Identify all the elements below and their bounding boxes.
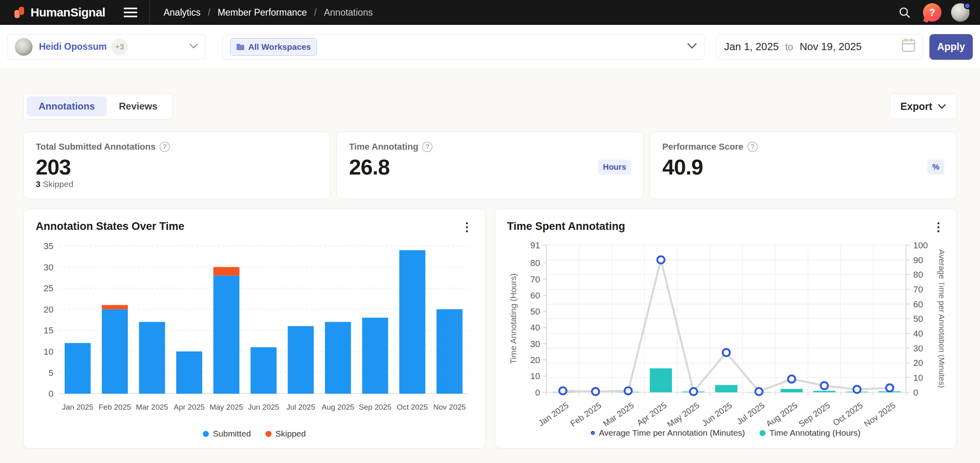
svg-text:70: 70 bbox=[530, 274, 540, 284]
breadcrumb-analytics[interactable]: Analytics bbox=[163, 7, 200, 18]
user-avatar[interactable] bbox=[951, 3, 970, 22]
chevron-down-icon bbox=[687, 43, 697, 51]
stat-value: 203 bbox=[36, 154, 71, 179]
svg-text:80: 80 bbox=[913, 270, 923, 280]
workspace-chip-label: All Workspaces bbox=[248, 42, 311, 52]
app-header: HumanSignal Analytics / Member Performan… bbox=[0, 0, 980, 25]
svg-text:Sep 2025: Sep 2025 bbox=[359, 403, 391, 411]
annotation-states-chart-card: Annotation States Over Time 051015202530… bbox=[23, 209, 486, 449]
breadcrumb-separator: / bbox=[208, 7, 210, 18]
svg-text:Nov 2025: Nov 2025 bbox=[862, 400, 897, 426]
chart-title: Time Spent Annotating bbox=[507, 220, 625, 233]
svg-text:Feb 2025: Feb 2025 bbox=[99, 403, 131, 411]
svg-text:May 2025: May 2025 bbox=[210, 403, 243, 411]
date-separator: to bbox=[785, 41, 793, 53]
stat-label: Performance Score bbox=[662, 142, 743, 152]
svg-text:90: 90 bbox=[913, 255, 923, 265]
humansignal-logo[interactable]: HumanSignal bbox=[14, 5, 105, 20]
svg-text:0: 0 bbox=[535, 388, 540, 398]
svg-text:Aug 2025: Aug 2025 bbox=[764, 400, 799, 426]
svg-text:Apr 2025: Apr 2025 bbox=[174, 403, 205, 411]
svg-text:50: 50 bbox=[530, 307, 540, 317]
svg-text:20: 20 bbox=[913, 358, 923, 368]
stat-card-time-annotating: Time Annotating ? 26.8 Hours bbox=[337, 132, 643, 199]
date-range-input[interactable]: Jan 1, 2025 to Nov 19, 2025 bbox=[717, 34, 923, 60]
stat-card-performance-score: Performance Score ? 40.9 % bbox=[650, 132, 957, 199]
legend-item-submitted[interactable]: Submitted bbox=[203, 429, 251, 439]
workspace-select[interactable]: All Workspaces bbox=[223, 34, 704, 60]
svg-text:Jan 2025: Jan 2025 bbox=[62, 403, 93, 411]
export-button[interactable]: Export bbox=[890, 93, 957, 119]
svg-text:10: 10 bbox=[913, 373, 923, 383]
svg-text:Sep 2025: Sep 2025 bbox=[797, 400, 832, 426]
stat-value: 40.9 bbox=[662, 154, 703, 179]
member-select[interactable]: Heidi Opossum +3 bbox=[7, 34, 206, 60]
chevron-down-icon bbox=[938, 104, 946, 109]
svg-text:30: 30 bbox=[530, 339, 540, 349]
tab-annotations[interactable]: Annotations bbox=[27, 96, 107, 116]
svg-text:50: 50 bbox=[913, 314, 923, 324]
search-icon[interactable] bbox=[896, 4, 913, 21]
svg-text:60: 60 bbox=[913, 299, 923, 309]
help-circle-icon[interactable]: ? bbox=[422, 142, 433, 152]
svg-text:Oct 2025: Oct 2025 bbox=[397, 403, 428, 411]
legend-label: Average Time per Annotation (Minutes) bbox=[599, 428, 745, 438]
svg-text:40: 40 bbox=[913, 329, 923, 339]
date-from: Jan 1, 2025 bbox=[724, 41, 779, 53]
tab-group: Annotations Reviews bbox=[23, 93, 173, 120]
member-avatar bbox=[15, 38, 33, 56]
main-content: Annotations Reviews Export Total Submitt… bbox=[0, 69, 980, 449]
svg-text:Feb 2025: Feb 2025 bbox=[568, 400, 603, 426]
menu-icon[interactable] bbox=[124, 8, 137, 17]
apply-button[interactable]: Apply bbox=[929, 34, 973, 60]
svg-text:5: 5 bbox=[49, 368, 53, 378]
svg-text:15: 15 bbox=[44, 325, 53, 335]
svg-text:Time Annotating (Hours): Time Annotating (Hours) bbox=[508, 273, 517, 364]
stats-row: Total Submitted Annotations ? 203 3Skipp… bbox=[23, 132, 957, 199]
kebab-menu-icon[interactable] bbox=[461, 220, 473, 234]
calendar-icon[interactable] bbox=[902, 38, 915, 55]
breadcrumb-separator: / bbox=[314, 7, 316, 18]
skipped-legend-dot bbox=[265, 431, 272, 437]
annotation-states-chart: 05101520253035Jan 2025Feb 2025Mar 2025Ap… bbox=[36, 239, 473, 427]
help-icon[interactable]: ? bbox=[923, 3, 941, 22]
avg-time-legend-ring bbox=[591, 431, 595, 435]
svg-text:Jun 2025: Jun 2025 bbox=[248, 403, 279, 411]
svg-text:30: 30 bbox=[913, 343, 923, 353]
breadcrumb-annotations: Annotations bbox=[324, 7, 372, 18]
workspace-chip[interactable]: All Workspaces bbox=[230, 38, 317, 56]
kebab-menu-icon[interactable] bbox=[932, 220, 944, 234]
skipped-count: 3 bbox=[36, 179, 41, 189]
filter-bar: Heidi Opossum +3 All Workspaces Jan 1, 2… bbox=[0, 25, 980, 69]
legend-item-skipped[interactable]: Skipped bbox=[265, 429, 306, 439]
legend-label: Time Annotating (Hours) bbox=[770, 428, 861, 438]
svg-text:May 2025: May 2025 bbox=[665, 400, 700, 426]
svg-text:80: 80 bbox=[530, 258, 540, 268]
svg-text:25: 25 bbox=[44, 283, 53, 293]
svg-text:Apr 2025: Apr 2025 bbox=[635, 400, 668, 426]
svg-text:Aug 2025: Aug 2025 bbox=[322, 403, 354, 411]
svg-text:20: 20 bbox=[44, 305, 53, 315]
member-extra-count: +3 bbox=[112, 39, 128, 55]
svg-text:40: 40 bbox=[530, 323, 540, 333]
legend-item-avg-time[interactable]: Average Time per Annotation (Minutes) bbox=[591, 428, 745, 438]
legend-item-time-annotating[interactable]: Time Annotating (Hours) bbox=[760, 428, 861, 438]
svg-text:Mar 2025: Mar 2025 bbox=[136, 403, 168, 411]
legend-label: Skipped bbox=[276, 429, 306, 439]
help-circle-icon[interactable]: ? bbox=[747, 142, 758, 152]
export-label: Export bbox=[900, 101, 932, 112]
chart-legend: Submitted Skipped bbox=[36, 429, 473, 439]
svg-text:30: 30 bbox=[44, 262, 53, 272]
breadcrumb-member-performance[interactable]: Member Performance bbox=[218, 7, 307, 18]
presence-dot bbox=[964, 2, 971, 9]
skipped-label: Skipped bbox=[43, 179, 74, 189]
legend-label: Submitted bbox=[213, 429, 251, 439]
humansignal-logo-icon bbox=[14, 5, 27, 20]
svg-text:Nov 2025: Nov 2025 bbox=[433, 403, 466, 411]
svg-text:10: 10 bbox=[530, 371, 540, 381]
member-name: Heidi Opossum bbox=[39, 41, 107, 52]
svg-text:Jan 2025: Jan 2025 bbox=[536, 400, 570, 426]
svg-text:100: 100 bbox=[913, 240, 928, 250]
tab-reviews[interactable]: Reviews bbox=[107, 96, 169, 116]
help-circle-icon[interactable]: ? bbox=[159, 142, 170, 152]
